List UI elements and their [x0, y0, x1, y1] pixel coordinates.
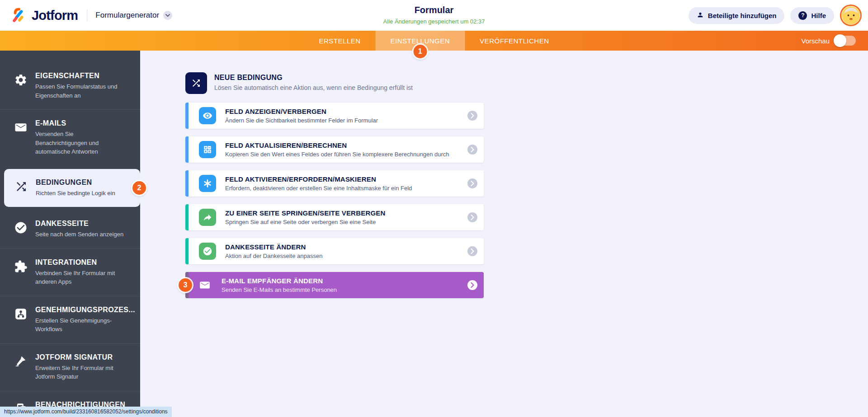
sidebar-item-bedingungen[interactable]: BEDINGUNGEN Richten Sie bedingte Logik e…: [4, 169, 140, 207]
condition-subtitle: Kopieren Sie den Wert eines Feldes oder …: [225, 151, 449, 158]
sidebar-item-eigenschaften[interactable]: EIGENSCHAFTEN Passen Sie Formularstatus …: [0, 62, 140, 109]
chevron-right-icon: [467, 145, 477, 155]
chevron-right-icon: [467, 280, 477, 290]
save-status: Alle Änderungen gespeichert um 02:37: [383, 18, 485, 25]
sidebar-item-subtitle: Seite nach dem Senden anzeigen: [35, 230, 123, 239]
calculator-icon: [199, 141, 216, 158]
condition-subtitle: Springen Sie auf eine Seite oder verberg…: [225, 219, 386, 225]
condition-card-feld-aktualisieren-berechnen[interactable]: FELD AKTUALISIEREN/BERECHNEN Kopieren Si…: [185, 136, 484, 163]
step-badge-1: 1: [413, 45, 427, 58]
section-title: NEUE BEDINGUNG: [214, 74, 413, 82]
workspace: EIGENSCHAFTEN Passen Sie Formularstatus …: [0, 51, 868, 417]
sidebar-item-emails[interactable]: E-MAILS Versenden Sie Benachrichtigungen…: [0, 109, 140, 166]
brand: Jotform Formulargenerator: [0, 6, 172, 24]
shuffle-icon: [185, 72, 207, 94]
chevron-right-icon: [467, 246, 477, 256]
envelope-icon: [13, 121, 29, 134]
add-collaborators-label: Beteiligte hinzufügen: [708, 12, 777, 19]
workflow-icon: [13, 307, 29, 321]
condition-subtitle: Aktion auf der Dankesseite anpassen: [225, 253, 322, 259]
condition-type-list: FELD ANZEIGEN/VERBERGEN Ändern Sie die S…: [185, 103, 484, 298]
card-accent-stripe: [185, 238, 189, 264]
person-icon: [697, 11, 704, 20]
preview-control: Vorschau: [801, 36, 868, 46]
tab-label: ERSTELLEN: [319, 37, 361, 45]
preview-label: Vorschau: [801, 37, 830, 45]
sidebar-item-title: INTEGRATIONEN: [35, 258, 126, 267]
help-label: Hilfe: [811, 12, 826, 19]
chevron-right-icon: [467, 178, 477, 188]
jotform-form-builder: Jotform Formulargenerator Formular Alle …: [0, 0, 868, 417]
check-circle-icon: [199, 243, 216, 260]
card-accent-stripe: [185, 204, 189, 230]
tab-veroeffentlichen[interactable]: VERÖFFENTLICHEN: [465, 31, 564, 51]
card-accent-stripe: [185, 136, 189, 163]
puzzle-icon: [13, 260, 29, 273]
conditions-panel: NEUE BEDINGUNG Lösen Sie automatisch ein…: [140, 51, 868, 417]
tab-einstellungen[interactable]: EINSTELLUNGEN 1: [376, 31, 465, 51]
condition-title: FELD AKTIVIEREN/ERFORDERN/MASKIEREN: [225, 175, 412, 183]
chevron-down-icon: [163, 11, 172, 20]
condition-subtitle: Erfordern, deaktivieren oder erstellen S…: [225, 185, 412, 192]
product-menu[interactable]: Formulargenerator: [95, 11, 172, 20]
condition-card-email-empfaenger-aendern[interactable]: 3 E-MAIL EMPFÄNGER ÄNDERN Senden Sie E-M…: [185, 272, 484, 298]
step-badge-2: 2: [132, 181, 146, 195]
forward-arrow-icon: [199, 209, 216, 226]
chevron-right-icon: [467, 212, 477, 222]
step-badge-3: 3: [179, 278, 192, 292]
preview-toggle[interactable]: [835, 36, 856, 46]
sidebar-item-title: E-MAILS: [35, 119, 126, 127]
tab-label: VERÖFFENTLICHEN: [480, 37, 549, 45]
add-collaborators-button[interactable]: Beteiligte hinzufügen: [689, 7, 785, 24]
badge-number: 2: [132, 181, 146, 195]
toggle-knob: [834, 34, 846, 47]
condition-title: E-MAIL EMPFÄNGER ÄNDERN: [222, 277, 337, 285]
condition-card-feld-anzeigen-verbergen[interactable]: FELD ANZEIGEN/VERBERGEN Ändern Sie die S…: [185, 103, 484, 129]
eye-icon: [199, 107, 216, 124]
card-accent-stripe: [185, 170, 189, 197]
settings-sidebar: EIGENSCHAFTEN Passen Sie Formularstatus …: [0, 51, 140, 417]
sidebar-item-title: DANKESSEITE: [35, 220, 123, 228]
user-avatar[interactable]: [840, 5, 862, 26]
section-subtitle: Lösen Sie automatisch eine Aktion aus, w…: [214, 84, 413, 91]
asterisk-icon: [199, 175, 216, 192]
sidebar-item-integrationen[interactable]: INTEGRATIONEN Verbinden Sie Ihr Formular…: [0, 248, 140, 296]
card-accent-stripe: [185, 103, 189, 129]
chevron-right-icon: [467, 111, 477, 121]
condition-subtitle: Ändern Sie die Sichtbarkeit bestimmter F…: [225, 117, 378, 124]
tab-label: EINSTELLUNGEN: [391, 37, 450, 45]
builder-nav-bar: ERSTELLEN EINSTELLUNGEN 1 VERÖFFENTLICHE…: [0, 31, 868, 51]
sidebar-item-subtitle: Richten Sie bedingte Logik ein: [36, 189, 115, 198]
sidebar-item-subtitle: Erweitern Sie Ihr Formular mit Jotform S…: [35, 364, 126, 381]
condition-card-feld-aktivieren-erfordern-maskieren[interactable]: FELD AKTIVIEREN/ERFORDERN/MASKIEREN Erfo…: [185, 170, 484, 197]
condition-card-seite-springen-verbergen[interactable]: ZU EINER SEITE SPRINGEN/SEITE VERBERGEN …: [185, 204, 484, 230]
sidebar-item-jotform-signatur[interactable]: JOTFORM SIGNATUR Erweitern Sie Ihr Formu…: [0, 343, 140, 391]
condition-title: ZU EINER SEITE SPRINGEN/SEITE VERBERGEN: [225, 209, 386, 217]
condition-title: DANKESSEITE ÄNDERN: [225, 243, 322, 251]
condition-title: FELD ANZEIGEN/VERBERGEN: [225, 108, 378, 115]
condition-subtitle: Senden Sie E-Mails an bestimmte Personen: [222, 286, 337, 293]
sidebar-item-title: EIGENSCHAFTEN: [35, 72, 126, 80]
help-button[interactable]: ? Hilfe: [790, 7, 834, 24]
new-condition-header: NEUE BEDINGUNG Lösen Sie automatisch ein…: [185, 72, 484, 94]
fountain-pen-icon: [13, 355, 29, 367]
sidebar-item-dankesseite[interactable]: DANKESSEITE Seite nach dem Senden anzeig…: [0, 210, 140, 248]
product-menu-label: Formulargenerator: [95, 11, 159, 20]
sidebar-item-subtitle: Verbinden Sie Ihr Formular mit anderen A…: [35, 269, 126, 286]
jotform-logo-icon[interactable]: [10, 6, 28, 24]
sidebar-item-subtitle: Passen Sie Formularstatus und Eigenschaf…: [35, 82, 126, 100]
sidebar-item-title: GENEHMIGUNGSPROZES...: [35, 306, 135, 314]
envelope-icon: [197, 276, 212, 294]
brand-name[interactable]: Jotform: [32, 8, 78, 23]
badge-number: 3: [179, 278, 192, 292]
tab-erstellen[interactable]: ERSTELLEN: [304, 31, 376, 51]
sidebar-item-genehmigungsprozesse[interactable]: GENEHMIGUNGSPROZES... Erstellen Sie Gene…: [0, 296, 140, 343]
gear-icon: [13, 73, 29, 87]
avatar-face: [842, 6, 860, 24]
shuffle-icon: [13, 180, 29, 193]
sidebar-item-title: JOTFORM SIGNATUR: [35, 353, 126, 361]
sidebar-item-subtitle: Versenden Sie Benachrichtigungen und aut…: [35, 130, 126, 156]
condition-title: FELD AKTUALISIEREN/BERECHNEN: [225, 141, 449, 149]
condition-card-dankesseite-aendern[interactable]: DANKESSEITE ÄNDERN Aktion auf der Dankes…: [185, 238, 484, 264]
sidebar-item-subtitle: Erstellen Sie Genehmigungs-Workflows: [35, 316, 126, 334]
